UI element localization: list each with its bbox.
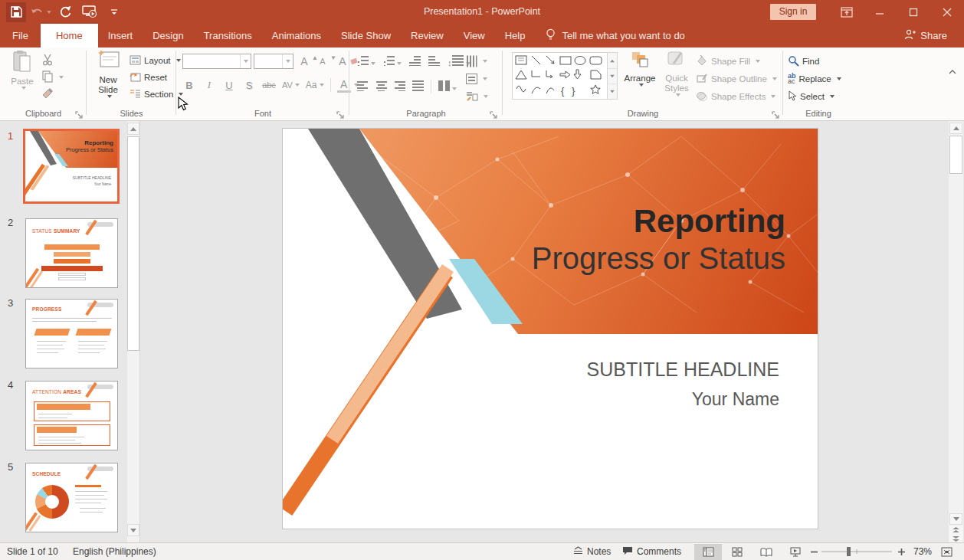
zoom-level[interactable]: 73% <box>913 543 932 560</box>
tab-review[interactable]: Review <box>401 24 454 47</box>
align-center-button[interactable] <box>375 80 387 93</box>
close-button[interactable] <box>930 0 964 24</box>
strikethrough-button[interactable]: abc <box>262 77 276 93</box>
columns-button[interactable] <box>438 80 457 93</box>
tab-design[interactable]: Design <box>143 24 193 47</box>
align-text-button[interactable] <box>466 70 487 87</box>
new-slide-button[interactable]: New Slide <box>90 50 126 111</box>
bold-button[interactable]: B <box>182 77 196 93</box>
character-spacing-button[interactable]: AV <box>282 77 300 93</box>
clipboard-dialog-launcher[interactable] <box>75 109 84 117</box>
justify-button[interactable] <box>412 80 424 93</box>
select-dropdown-caret[interactable] <box>830 95 834 98</box>
copy-button[interactable] <box>41 69 64 86</box>
thumbnail-scrollbar[interactable] <box>127 121 139 542</box>
align-right-button[interactable] <box>394 80 405 93</box>
slide-show-view-button[interactable] <box>782 544 809 560</box>
tab-transitions[interactable]: Transitions <box>194 24 262 47</box>
normal-view-button[interactable] <box>694 544 722 560</box>
ribbon-display-options-button[interactable] <box>830 0 864 24</box>
replace-button[interactable]: abac Replace <box>788 70 841 87</box>
tab-view[interactable]: View <box>454 24 495 47</box>
slide-thumbnail-1[interactable]: Reporting Progress or Status SUBTITLE HE… <box>23 129 120 204</box>
main-scroll-down-button[interactable] <box>949 513 962 525</box>
slide-sorter-view-button[interactable] <box>723 544 751 560</box>
change-case-button[interactable]: Aa <box>306 77 324 93</box>
tab-insert[interactable]: Insert <box>98 24 143 47</box>
sign-in-button[interactable]: Sign in <box>770 4 816 20</box>
arrange-button[interactable]: Arrange <box>622 50 657 111</box>
shapes-scroll-up[interactable] <box>608 53 617 68</box>
next-slide-button[interactable] <box>949 535 962 542</box>
shapes-scroll-down[interactable] <box>608 68 617 84</box>
minimize-button[interactable] <box>863 0 897 24</box>
drawing-dialog-launcher[interactable] <box>772 109 780 117</box>
font-size-combobox[interactable] <box>254 54 293 69</box>
share-button[interactable]: Share <box>904 24 947 47</box>
shapes-more-button[interactable] <box>608 84 617 98</box>
font-name-combobox[interactable] <box>182 54 251 69</box>
numbering-button[interactable] <box>383 55 402 67</box>
font-dialog-launcher[interactable] <box>336 109 345 117</box>
collapse-ribbon-button[interactable] <box>949 64 956 77</box>
paste-button[interactable]: Paste <box>5 50 40 111</box>
shape-fill-button[interactable]: Shape Fill <box>696 53 760 70</box>
tell-me-box[interactable]: Tell me what you want to do <box>546 24 684 47</box>
cut-button[interactable] <box>41 52 54 69</box>
zoom-in-button[interactable] <box>898 543 905 560</box>
font-name-caret[interactable] <box>244 60 248 63</box>
change-case-caret[interactable] <box>320 84 324 87</box>
shape-effects-button[interactable]: Shape Effects <box>696 88 775 105</box>
copy-dropdown-caret[interactable] <box>59 76 64 79</box>
grow-font-button[interactable]: A▲ <box>297 53 318 70</box>
slide-canvas[interactable]: Reporting Progress or Status SUBTITLE HE… <box>282 128 818 529</box>
layout-button[interactable]: Layout <box>130 52 181 69</box>
main-scrollbar-thumb[interactable] <box>949 136 962 174</box>
slide-title-placeholder[interactable]: Reporting Progress or Status <box>532 204 785 277</box>
format-painter-button[interactable] <box>41 86 54 103</box>
increase-indent-button[interactable] <box>428 55 440 67</box>
align-text-caret[interactable] <box>483 77 487 80</box>
slide-indicator[interactable]: Slide 1 of 10 <box>7 543 58 560</box>
shape-fill-caret[interactable] <box>756 60 760 63</box>
paragraph-dialog-launcher[interactable] <box>490 109 498 117</box>
shapes-gallery[interactable]: { } <box>512 52 618 100</box>
notes-button[interactable]: Notes <box>573 543 611 560</box>
language-indicator[interactable]: English (Philippines) <box>73 543 156 560</box>
quick-styles-button[interactable]: Quick Styles <box>659 50 694 111</box>
reset-button[interactable]: Reset <box>130 69 167 86</box>
columns-caret[interactable] <box>452 87 457 90</box>
arrange-dropdown-caret[interactable] <box>639 84 644 87</box>
underline-button[interactable]: U <box>222 77 236 93</box>
shape-outline-button[interactable]: Shape Outline <box>696 70 777 87</box>
tab-slide-show[interactable]: Slide Show <box>331 24 401 47</box>
slide-thumbnail-5[interactable]: SCHEDULE <box>25 463 118 532</box>
shape-outline-caret[interactable] <box>772 77 777 80</box>
zoom-slider[interactable] <box>821 543 892 560</box>
shrink-font-button[interactable]: A▼ <box>316 53 336 70</box>
previous-slide-button[interactable] <box>949 526 962 534</box>
text-direction-caret[interactable] <box>483 60 487 63</box>
slide-thumbnail-4[interactable]: ATTENTION AREAS <box>25 381 118 450</box>
main-scroll-up-button[interactable] <box>949 123 962 134</box>
tab-animations[interactable]: Animations <box>262 24 331 47</box>
slide-thumbnail-2[interactable]: STATUS SUMMARY <box>25 218 118 288</box>
zoom-out-button[interactable] <box>811 543 818 560</box>
main-scrollbar[interactable] <box>949 121 963 542</box>
thumbnail-scrollbar-thumb[interactable] <box>127 136 139 351</box>
comments-button[interactable]: Comments <box>622 543 681 560</box>
quick-styles-caret[interactable] <box>676 93 680 97</box>
tab-help[interactable]: Help <box>495 24 536 47</box>
paste-dropdown-caret[interactable] <box>21 87 26 90</box>
tab-file[interactable]: File <box>0 24 41 47</box>
slide-subtitle-placeholder[interactable]: SUBTITLE HEADLINE Your Name <box>587 357 779 417</box>
convert-smartart-button[interactable] <box>466 88 488 105</box>
numbering-caret[interactable] <box>397 62 402 65</box>
maximize-button[interactable] <box>897 0 930 24</box>
character-spacing-caret[interactable] <box>295 84 300 87</box>
thumbnail-scroll-down-button[interactable] <box>127 524 139 536</box>
font-size-caret[interactable] <box>286 60 290 63</box>
decrease-indent-button[interactable] <box>409 55 421 67</box>
align-left-button[interactable] <box>357 80 369 93</box>
slide-thumbnail-3[interactable]: PROGRESS <box>25 299 118 368</box>
